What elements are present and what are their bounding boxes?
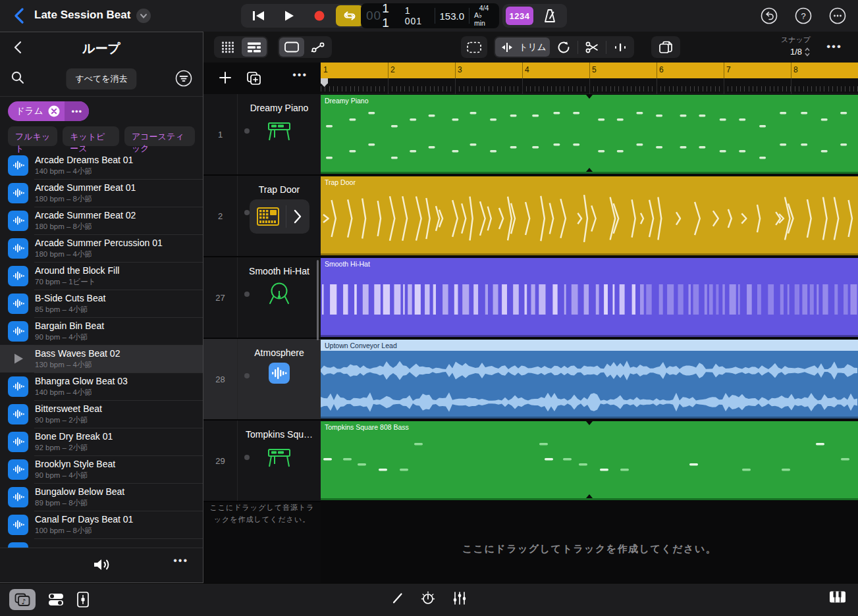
loop-tool-icon[interactable] [551, 38, 576, 57]
browser-icon[interactable]: ♪ [9, 589, 36, 610]
track-header-row[interactable]: 2Trap Door [203, 176, 321, 257]
loop-waveform-icon [8, 155, 28, 176]
region[interactable]: Smooth Hi-Hat [321, 258, 858, 337]
track-lane: Uptown Conveyor Lead [321, 339, 858, 421]
search-icon[interactable] [11, 70, 25, 85]
region[interactable]: Dreamy Piano [321, 95, 858, 174]
loop-title: Bhangra Glow Beat 03 [35, 376, 128, 388]
chip-full-kit[interactable]: フルキット [8, 126, 57, 146]
loop-subtitle: 85 bpm – 4小節 [35, 305, 105, 314]
grand-piano-icon [265, 444, 293, 469]
list-item[interactable]: Bone Dry Break 0192 bpm – 2小節 [0, 428, 203, 455]
tracks-view-icon[interactable] [242, 38, 267, 57]
list-item[interactable]: Bungalow Below Beat89 bpm – 8小節 [0, 483, 203, 511]
timeline-area: 12345678 Dreamy PianoTrap DoorSmooth Hi-… [321, 63, 858, 583]
list-item[interactable]: Arcade Dreams Beat 01140 bpm – 4小節 [0, 151, 203, 179]
track-name[interactable]: Dreamy Piano [238, 103, 321, 113]
count-in-button[interactable]: 1234 [506, 7, 533, 25]
expand-icon[interactable] [288, 209, 307, 224]
track-header-row[interactable]: 27Smooth Hi-Hat [203, 257, 321, 339]
loop-waveform-icon [8, 487, 28, 507]
controls-icon[interactable] [47, 592, 65, 607]
gain-icon[interactable] [608, 38, 633, 57]
play-loop-icon[interactable] [8, 349, 28, 369]
list-item[interactable]: B-Side Cuts Beat85 bpm – 4小節 [0, 290, 203, 317]
track-header-more-button[interactable]: ••• [292, 69, 308, 81]
list-item[interactable]: Arcade Summer Beat 02180 bpm – 8小節 [0, 207, 203, 234]
more-icon[interactable] [829, 7, 846, 24]
loop-waveform-icon [8, 183, 28, 203]
loop-title: Arcade Summer Beat 02 [35, 210, 136, 222]
track-header-row[interactable]: 28Atmosphere [203, 339, 321, 421]
help-icon[interactable]: ? [795, 7, 812, 24]
loop-subtitle: 100 bpm – 8小節 [35, 526, 133, 535]
list-item[interactable]: Bargain Bin Beat90 bpm – 4小節 [0, 317, 203, 345]
region[interactable]: Tompkins Square 808 Bass [321, 421, 858, 500]
automation-icon[interactable] [306, 38, 331, 57]
lcd-beats: 1 001 [405, 5, 430, 26]
bar-number: 3 [458, 65, 462, 74]
rewind-button[interactable] [245, 5, 273, 26]
marquee-icon[interactable] [462, 38, 487, 57]
back-icon[interactable] [12, 8, 26, 24]
track-header-row[interactable]: 29Tompkins Squ… [203, 421, 321, 502]
track-name[interactable]: Trap Door [238, 184, 321, 195]
track-number: 29 [203, 421, 238, 501]
track-name[interactable]: Smooth Hi-Hat [238, 266, 321, 276]
keyboard-icon[interactable] [829, 590, 846, 603]
mixer-icon[interactable] [452, 591, 468, 605]
trim-tool-button[interactable]: トリム [495, 38, 550, 57]
lcd-bars: 1 1 [382, 1, 402, 30]
add-track-icon[interactable] [218, 70, 232, 85]
list-item[interactable]: Arcade Summer Percussion 01180 bpm – 4小節 [0, 234, 203, 262]
loop-list: Arcade Dreams Beat 01140 bpm – 4小節Arcade… [0, 151, 203, 549]
knob-icon[interactable] [420, 590, 436, 606]
track-scrollbar[interactable] [317, 260, 319, 340]
region[interactable]: Uptown Conveyor Lead [321, 340, 858, 419]
track-name[interactable]: Atmosphere [238, 347, 321, 358]
metronome-icon[interactable] [536, 5, 564, 26]
project-title[interactable]: Late Session Beat [34, 9, 130, 22]
bar-ruler[interactable] [321, 78, 858, 94]
copy-icon[interactable] [653, 38, 678, 57]
list-item[interactable]: Brooklyn Style Beat90 bpm – 4小節 [0, 455, 203, 483]
play-button[interactable] [275, 5, 303, 26]
tag-more-button[interactable]: ••• [65, 101, 89, 121]
list-item[interactable]: Canal For Days Beat 01100 bpm – 8小節 [0, 511, 203, 538]
track-name[interactable]: Tompkins Squ… [238, 429, 321, 440]
list-item[interactable]: Around the Block Fill70 bpm – 1ビート [0, 262, 203, 290]
plugin-icon[interactable] [76, 591, 90, 608]
clear-all-button[interactable]: すべてを消去 [66, 68, 136, 90]
title-menu-icon[interactable] [136, 9, 151, 23]
remove-tag-icon[interactable] [47, 105, 61, 118]
loop-browser-panel: ループ すべてを消去 ドラム ••• フルキット キットピース アコースティック… [0, 32, 203, 583]
loop-title: Around the Block Fill [35, 265, 119, 277]
snap-stepper-icon[interactable] [804, 47, 811, 57]
split-icon[interactable] [579, 38, 604, 57]
list-item[interactable]: Bhangra Glow Beat 03140 bpm – 4小節 [0, 372, 203, 400]
record-button[interactable] [306, 5, 333, 26]
region[interactable]: Trap Door [321, 176, 858, 255]
toolbar-more-button[interactable]: ••• [826, 40, 842, 53]
list-item[interactable]: Bass Waves Beat 02130 bpm – 4小節 [0, 345, 203, 372]
list-item[interactable]: Arcade Summer Beat 01180 bpm – 8小節 [0, 179, 203, 207]
chip-acoustic[interactable]: アコースティック [124, 126, 195, 146]
list-item[interactable]: Bittersweet Beat90 bpm – 2小節 [0, 400, 203, 428]
region-tool-icon[interactable] [279, 38, 304, 57]
filter-icon[interactable] [174, 69, 193, 88]
undo-icon[interactable] [761, 7, 778, 24]
snap-control[interactable]: スナップ 1/8 [781, 36, 811, 58]
drums-tag[interactable]: ドラム ••• [8, 101, 89, 121]
bar-number: 7 [726, 65, 731, 74]
duplicate-track-icon[interactable] [246, 70, 263, 86]
browser-more-button[interactable]: ••• [173, 555, 188, 567]
pencil-icon[interactable] [391, 592, 404, 605]
loop-waveform-icon [8, 211, 28, 231]
cycle-button[interactable] [336, 5, 363, 26]
cycle-range-bar[interactable]: 12345678 [321, 63, 858, 78]
lcd-display[interactable]: 00 1 1 1 001 153.0 4/4 A♭ min [361, 3, 499, 28]
grid-view-icon[interactable] [215, 38, 240, 57]
volume-icon[interactable] [92, 557, 112, 572]
track-header-row[interactable]: 1Dreamy Piano [203, 94, 321, 176]
chip-kit-pieces[interactable]: キットピース [63, 126, 119, 146]
